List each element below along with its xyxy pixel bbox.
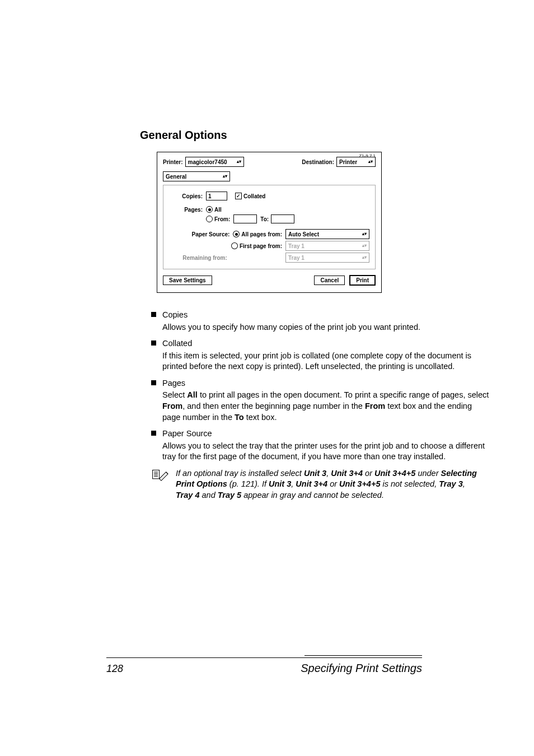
copies-label: Copies: bbox=[169, 193, 206, 199]
collated-checkbox[interactable]: ✓ bbox=[235, 193, 242, 199]
svg-rect-0 bbox=[153, 470, 160, 478]
square-bullet-icon bbox=[151, 380, 156, 385]
page-number: 128 bbox=[106, 663, 123, 675]
updown-icon: ▴▾ bbox=[362, 244, 367, 248]
pages-label: Pages: bbox=[169, 207, 206, 213]
ps-all-select[interactable]: Auto Select ▴▾ bbox=[285, 229, 369, 239]
bullet-title: Pages bbox=[162, 378, 489, 389]
list-item: Copies Allows you to specify how many co… bbox=[151, 310, 489, 333]
pages-from-label: From: bbox=[214, 216, 230, 222]
destination-select-value: Printer bbox=[339, 159, 357, 165]
paper-source-label: Paper Source: bbox=[169, 231, 233, 237]
ps-remaining-select-value: Tray 1 bbox=[288, 255, 305, 261]
square-bullet-icon bbox=[151, 312, 156, 317]
ps-first-radio[interactable] bbox=[231, 242, 238, 249]
pages-to-input[interactable] bbox=[271, 214, 294, 223]
pages-from-radio[interactable] bbox=[206, 216, 213, 222]
bullet-desc: If this item is selected, your print job… bbox=[162, 351, 489, 372]
ps-all-select-value: Auto Select bbox=[288, 231, 319, 237]
bullet-desc: Allows you to select the tray that the p… bbox=[162, 441, 489, 463]
bullet-desc: Select All to print all pages in the ope… bbox=[162, 390, 489, 423]
ps-all-radio[interactable] bbox=[233, 231, 240, 237]
ps-remaining-select: Tray 1 ▴▾ bbox=[285, 253, 369, 263]
updown-icon: ▴▾ bbox=[368, 160, 373, 164]
svg-line-5 bbox=[166, 472, 168, 474]
save-settings-button[interactable]: Save Settings bbox=[163, 276, 212, 285]
pages-all-radio[interactable] bbox=[206, 206, 213, 213]
bullet-title: Collated bbox=[162, 338, 489, 349]
cancel-button[interactable]: Cancel bbox=[314, 276, 345, 285]
footer-rule-short bbox=[305, 655, 422, 656]
page-title: Specifying Print Settings bbox=[301, 662, 422, 675]
ps-first-select: Tray 1 ▴▾ bbox=[285, 241, 369, 251]
ps-first-select-value: Tray 1 bbox=[288, 243, 305, 249]
destination-select[interactable]: Printer ▴▾ bbox=[336, 157, 376, 167]
list-item: Collated If this item is selected, your … bbox=[151, 338, 489, 372]
printer-select[interactable]: magicolor7450 ▴▾ bbox=[185, 157, 244, 167]
section-heading: General Options bbox=[140, 129, 489, 142]
note: If an optional tray is installed select … bbox=[151, 468, 489, 501]
ps-first-label: First page from: bbox=[240, 243, 282, 249]
note-icon bbox=[151, 468, 171, 482]
bullet-desc: Allows you to specify how many copies of… bbox=[162, 322, 489, 333]
bullet-title: Paper Source bbox=[162, 428, 489, 440]
destination-label: Destination: bbox=[302, 159, 334, 165]
pages-to-label: To: bbox=[260, 216, 269, 222]
pages-all-label: All bbox=[214, 207, 222, 213]
updown-icon: ▴▾ bbox=[362, 255, 367, 260]
list-item: Paper Source Allows you to select the tr… bbox=[151, 428, 489, 463]
panel-select-value: General bbox=[166, 174, 186, 180]
square-bullet-icon bbox=[151, 340, 156, 346]
panel-select[interactable]: General ▴▾ bbox=[163, 171, 230, 181]
copies-input[interactable]: 1 bbox=[206, 192, 227, 200]
printer-select-value: magicolor7450 bbox=[188, 159, 227, 165]
print-dialog: Z1-9.7.1 Printer: magicolor7450 ▴▾ Desti… bbox=[157, 152, 382, 293]
list-item: Pages Select All to print all pages in t… bbox=[151, 378, 489, 423]
printer-label: Printer: bbox=[163, 159, 183, 165]
note-body: If an optional tray is installed select … bbox=[176, 468, 489, 501]
updown-icon: ▴▾ bbox=[223, 174, 227, 179]
updown-icon: ▴▾ bbox=[237, 160, 241, 164]
ps-all-label: All pages from: bbox=[241, 231, 282, 237]
updown-icon: ▴▾ bbox=[362, 232, 367, 236]
bullet-list: Copies Allows you to specify how many co… bbox=[151, 310, 489, 463]
footer-rule bbox=[106, 657, 422, 658]
general-group: Copies: 1 ✓ Collated Pages: All From: To… bbox=[163, 185, 376, 269]
square-bullet-icon bbox=[151, 431, 156, 436]
bullet-title: Copies bbox=[162, 310, 489, 321]
ps-remaining-label: Remaining from: bbox=[169, 255, 231, 261]
collated-label: Collated bbox=[243, 193, 265, 199]
print-button[interactable]: Print bbox=[349, 275, 376, 286]
pages-from-input[interactable] bbox=[233, 214, 257, 223]
